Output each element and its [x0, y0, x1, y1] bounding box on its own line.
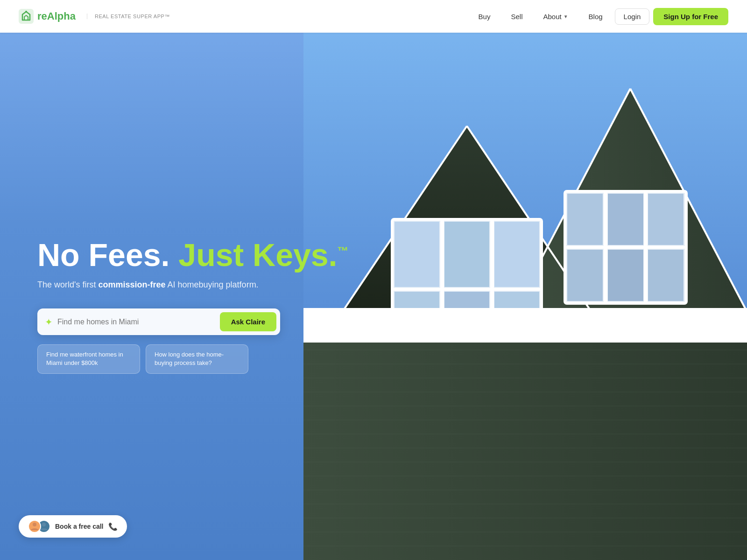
hero-section: No Fees. Just Keys.™ The world's first c…: [0, 0, 747, 560]
tagline: REAL ESTATE SUPER APP™: [87, 14, 170, 19]
phone-icon: 📞: [108, 522, 118, 531]
search-input[interactable]: [57, 318, 220, 326]
logo[interactable]: reAlpha: [19, 9, 76, 24]
navbar: reAlpha REAL ESTATE SUPER APP™ Buy Sell …: [0, 0, 747, 33]
navbar-left: reAlpha REAL ESTATE SUPER APP™: [19, 9, 170, 24]
subtitle-bold: commission-free: [98, 280, 165, 289]
suggestion-chip-2[interactable]: How long does the home-buying process ta…: [146, 344, 248, 373]
hero-title: No Fees. Just Keys.™: [37, 238, 710, 273]
logo-icon: [19, 9, 34, 24]
sparkle-icon: ✦: [45, 316, 53, 328]
book-call-label: Book a free call: [55, 523, 104, 530]
search-bar: ✦ Ask Claire: [37, 308, 280, 335]
navbar-right: Buy Sell About ▼ Blog Login Sign Up for …: [470, 8, 728, 25]
login-button[interactable]: Login: [615, 8, 650, 25]
svg-point-51: [42, 523, 46, 526]
nav-buy[interactable]: Buy: [470, 9, 499, 24]
ask-claire-button[interactable]: Ask Claire: [220, 312, 276, 331]
svg-point-1: [25, 11, 27, 13]
hero-content: No Fees. Just Keys.™ The world's first c…: [0, 33, 747, 560]
agent-avatar-1: [28, 520, 41, 533]
nav-about[interactable]: About ▼: [535, 9, 576, 24]
suggestion-chips: Find me waterfront homes in Miami under …: [37, 344, 710, 373]
about-chevron-icon: ▼: [564, 14, 568, 19]
logo-text: reAlpha: [37, 10, 76, 22]
suggestion-chip-1[interactable]: Find me waterfront homes in Miami under …: [37, 344, 140, 373]
hero-subtitle: The world's first commission-free AI hom…: [37, 280, 710, 290]
hero-title-green: Just Keys.™: [178, 237, 348, 273]
signup-button[interactable]: Sign Up for Free: [653, 8, 728, 25]
agent-avatars: [28, 520, 50, 533]
book-call-button[interactable]: Book a free call 📞: [19, 515, 127, 538]
nav-blog[interactable]: Blog: [580, 9, 611, 24]
svg-point-50: [33, 523, 36, 526]
nav-sell[interactable]: Sell: [502, 9, 531, 24]
